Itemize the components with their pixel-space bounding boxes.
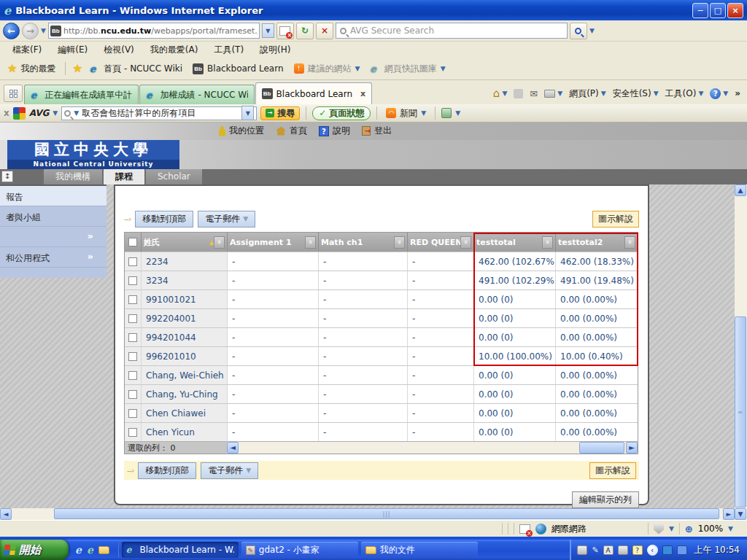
grade-cell[interactable]: 0.00 (0.00%) <box>555 328 638 346</box>
grade-cell[interactable]: - <box>318 366 407 384</box>
avg-news-button[interactable]: ◠ 新聞 ▼ <box>383 106 429 121</box>
sidebar-item-reports[interactable]: 報告 <box>0 186 107 206</box>
grade-cell[interactable]: - <box>227 385 318 403</box>
grade-cell[interactable]: - <box>318 271 407 289</box>
grade-cell[interactable]: - <box>407 347 473 365</box>
scroll-right-button[interactable]: ► <box>626 442 638 454</box>
refresh-button[interactable]: ↻ <box>296 23 314 39</box>
grade-cell[interactable]: 0.00 (0.00%) <box>555 309 638 327</box>
add-favorite-icon[interactable]: ★ <box>72 62 82 75</box>
overflow-chevron-icon[interactable]: » <box>735 88 740 98</box>
sidebar-item-users-groups[interactable]: 者與小組 <box>0 206 107 227</box>
help-link[interactable]: ?說明 <box>319 125 350 137</box>
sidebar-item-tools[interactable]: 和公用程式» <box>0 247 107 268</box>
browser-tab-wiki[interactable]: e 加權成績 - NCUCC Wiki <box>139 85 254 104</box>
grade-cell[interactable]: - <box>318 328 407 346</box>
clock[interactable]: 上午 10:54 <box>694 544 740 556</box>
vertical-scrollbar[interactable]: ▲ ≡ ▼ <box>735 184 747 520</box>
select-all-checkbox[interactable] <box>128 238 137 246</box>
tab-courses[interactable]: 課程 <box>104 169 144 184</box>
safety-menu[interactable]: 安全性(S)▼ <box>613 88 659 100</box>
favorite-item-blackboard[interactable]: Bb Blackboard Learn <box>190 62 286 76</box>
email-button[interactable]: 電子郵件▼ <box>198 211 255 228</box>
avg-menu-chevron[interactable]: ▼ <box>53 109 58 117</box>
grade-cell[interactable]: 10.00 (100.00%) <box>473 347 555 365</box>
print-button[interactable]: ▼ <box>544 90 562 98</box>
column-header-redqueen[interactable]: RED QUEEN&BL» <box>407 233 473 252</box>
search-go-button[interactable] <box>570 23 587 39</box>
tab-scholar[interactable]: Scholar <box>146 169 202 184</box>
email-button[interactable]: 電子郵件▼ <box>201 462 258 479</box>
row-checkbox[interactable] <box>128 352 137 361</box>
help-button[interactable]: ?▼ <box>710 88 728 99</box>
grade-cell[interactable]: 0.00 (0) <box>473 290 555 308</box>
grade-cell[interactable]: 0.00 (0.00%) <box>555 404 638 422</box>
sidebar-item-expandable[interactable]: » <box>0 227 107 247</box>
quick-tabs-button[interactable] <box>4 85 23 102</box>
favorite-item-ncucc[interactable]: e 首頁 - NCUCC Wiki <box>87 61 185 77</box>
browser-tab-gradebook[interactable]: e 正在編輯在成績單中計算... <box>24 85 139 104</box>
grade-cell[interactable]: 10.00 (0.40%) <box>555 347 638 365</box>
grade-cell[interactable]: 0.00 (0) <box>473 404 555 422</box>
grade-cell[interactable]: - <box>227 347 318 365</box>
grade-cell[interactable]: 0.00 (0) <box>473 423 555 441</box>
column-header-mathch1[interactable]: Math ch1» <box>318 233 407 252</box>
tools-menu[interactable]: 工具(O)▼ <box>665 88 704 100</box>
compatibility-view-button[interactable] <box>276 23 294 39</box>
task-button-blackboard[interactable]: e Blackboard Learn - W... <box>122 542 239 558</box>
home-button[interactable]: ⌂▼ <box>493 87 507 100</box>
logout-link[interactable]: 登出 <box>362 125 392 137</box>
grade-cell[interactable]: - <box>407 385 473 403</box>
pen-icon[interactable]: ✎ <box>592 545 598 555</box>
page-menu[interactable]: 網頁(P)▼ <box>569 88 606 100</box>
grade-cell[interactable]: - <box>227 252 318 271</box>
grade-cell[interactable]: - <box>407 366 473 384</box>
web-slice-gallery-button[interactable]: e 網頁快訊圖庫 ▼ <box>367 61 448 77</box>
column-menu-button[interactable]: » <box>305 236 316 249</box>
menu-help[interactable]: 說明(H) <box>252 42 298 58</box>
favorites-button[interactable]: ★ 我的最愛 <box>4 61 58 77</box>
table-scrollbar-track[interactable]: ► <box>239 442 638 454</box>
row-checkbox[interactable] <box>128 390 137 399</box>
collapse-tray-icon[interactable]: ‹ <box>647 545 658 556</box>
grade-cell[interactable]: 0.00 (0.00%) <box>555 423 638 441</box>
menu-file[interactable]: 檔案(F) <box>4 42 50 58</box>
zoom-level-label[interactable]: 100% <box>698 524 723 534</box>
column-header-testtotal[interactable]: testtotal» <box>473 233 555 252</box>
stop-button[interactable]: × <box>316 23 333 39</box>
close-tab-icon[interactable]: x <box>356 89 365 98</box>
close-button[interactable]: × <box>727 3 743 18</box>
grade-cell[interactable]: - <box>318 252 407 271</box>
grade-cell[interactable]: 462.00 (18.33%) <box>555 252 638 271</box>
avg-search-button[interactable]: → 搜尋 <box>260 106 300 120</box>
column-menu-button[interactable]: » <box>214 236 225 249</box>
task-button-paint[interactable]: gdat2 - 小畫家 <box>241 542 358 558</box>
keyboard-icon[interactable] <box>577 545 587 555</box>
student-name-cell[interactable]: 2234 <box>141 252 227 271</box>
folder-icon[interactable] <box>98 546 109 554</box>
grade-cell[interactable]: - <box>227 366 318 384</box>
student-name-cell[interactable]: Chen Yicun <box>141 423 227 441</box>
internet-explorer-icon[interactable]: e <box>87 544 93 556</box>
maximize-button[interactable]: □ <box>710 3 726 18</box>
rss-feeds-icon[interactable] <box>514 89 523 98</box>
student-name-cell[interactable]: Chang, Yu-Ching <box>141 385 227 403</box>
column-header-testtotal2[interactable]: testtotal2» <box>555 233 638 252</box>
display-icon[interactable] <box>677 545 687 555</box>
column-menu-button[interactable]: » <box>542 236 553 249</box>
grade-cell[interactable]: 491.00 (19.48%) <box>555 271 638 289</box>
grade-cell[interactable]: - <box>407 252 473 271</box>
network-icon[interactable] <box>662 545 673 555</box>
back-button[interactable]: ← <box>3 23 20 39</box>
grade-cell[interactable]: - <box>318 347 407 365</box>
task-button-documents[interactable]: 我的文件 <box>361 542 478 558</box>
row-checkbox[interactable] <box>128 409 137 418</box>
scroll-left-button[interactable]: ◄ <box>227 442 239 454</box>
grade-cell[interactable]: - <box>318 423 407 441</box>
menu-tools[interactable]: 工具(T) <box>206 42 252 58</box>
row-checkbox[interactable] <box>128 333 137 342</box>
icon-legend-button[interactable]: 圖示解說 <box>592 211 639 228</box>
tab-my-institution[interactable]: 我的機構 <box>44 169 102 184</box>
recycle-icon[interactable] <box>441 108 452 118</box>
horizontal-scrollbar[interactable]: ◄ ||| ► <box>0 508 735 520</box>
